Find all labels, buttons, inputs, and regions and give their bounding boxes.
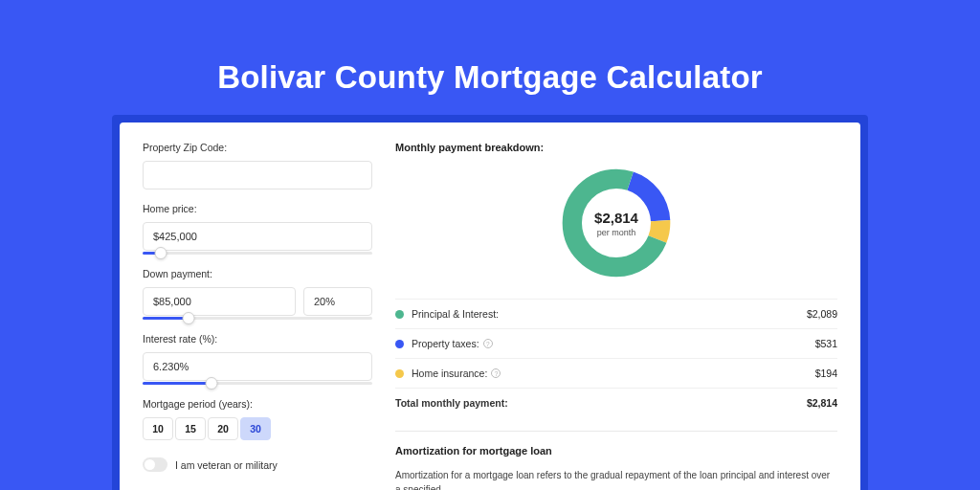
slider-thumb[interactable] xyxy=(206,377,218,390)
home-price-slider[interactable] xyxy=(143,252,372,255)
veteran-row: I am veteran or military xyxy=(143,457,372,472)
slider-thumb[interactable] xyxy=(183,312,195,324)
breakdown-column: Monthly payment breakdown: $2,814 per mo… xyxy=(395,142,837,490)
slider-thumb[interactable] xyxy=(155,247,167,259)
legend-dot xyxy=(395,310,404,319)
total-value: $2,814 xyxy=(807,397,837,409)
period-btn-30[interactable]: 30 xyxy=(240,417,271,440)
amort-text: Amortization for a mortgage loan refers … xyxy=(395,468,837,490)
donut-center: $2,814 per month xyxy=(558,165,675,281)
toggle-knob xyxy=(145,459,155,470)
legend-dot xyxy=(395,369,404,378)
legend-total-row: Total monthly payment:$2,814 xyxy=(395,389,837,417)
down-payment-input[interactable] xyxy=(143,287,296,316)
amort-title: Amortization for mortgage loan xyxy=(395,431,837,457)
down-payment-label: Down payment: xyxy=(143,268,372,279)
legend-value: $531 xyxy=(815,338,837,349)
veteran-toggle[interactable] xyxy=(143,457,167,472)
legend: Principal & Interest:$2,089Property taxe… xyxy=(395,299,837,417)
rate-input[interactable] xyxy=(143,352,372,381)
home-price-input[interactable] xyxy=(143,222,372,251)
legend-row: Principal & Interest:$2,089 xyxy=(395,299,837,329)
zip-input[interactable] xyxy=(143,161,372,189)
rate-group: Interest rate (%): xyxy=(143,333,372,385)
period-group: Mortgage period (years): 10152030 xyxy=(143,398,372,440)
home-price-group: Home price: xyxy=(143,203,372,255)
info-icon[interactable]: ? xyxy=(491,368,501,378)
period-btn-20[interactable]: 20 xyxy=(208,417,238,440)
page-title: Bolivar County Mortgage Calculator xyxy=(217,59,763,96)
down-payment-group: Down payment: xyxy=(143,268,372,320)
rate-slider[interactable] xyxy=(143,382,372,385)
card-shadow: Property Zip Code: Home price: Down paym… xyxy=(112,115,868,490)
calculator-card: Property Zip Code: Home price: Down paym… xyxy=(120,122,860,490)
form-column: Property Zip Code: Home price: Down paym… xyxy=(143,142,372,490)
period-btn-10[interactable]: 10 xyxy=(143,417,173,440)
rate-label: Interest rate (%): xyxy=(143,333,372,345)
donut-sub: per month xyxy=(597,228,636,237)
zip-field-group: Property Zip Code: xyxy=(143,142,372,189)
donut-total: $2,814 xyxy=(594,210,638,226)
breakdown-title: Monthly payment breakdown: xyxy=(395,142,837,153)
donut-chart: $2,814 per month xyxy=(558,165,675,281)
legend-row: Home insurance:?$194 xyxy=(395,359,837,389)
period-label: Mortgage period (years): xyxy=(143,398,372,410)
legend-value: $194 xyxy=(815,368,837,379)
info-icon[interactable]: ? xyxy=(483,339,493,348)
home-price-label: Home price: xyxy=(143,203,372,214)
period-btn-15[interactable]: 15 xyxy=(175,417,206,440)
total-label: Total monthly payment: xyxy=(395,397,807,409)
legend-label: Principal & Interest: xyxy=(412,308,807,320)
down-payment-slider[interactable] xyxy=(143,317,372,320)
period-buttons: 10152030 xyxy=(143,417,372,440)
legend-row: Property taxes:?$531 xyxy=(395,329,837,359)
zip-label: Property Zip Code: xyxy=(143,142,372,153)
legend-label: Home insurance:? xyxy=(412,368,815,379)
legend-label: Property taxes:? xyxy=(412,338,815,349)
veteran-label: I am veteran or military xyxy=(175,459,278,471)
donut-chart-area: $2,814 per month xyxy=(395,165,837,281)
legend-dot xyxy=(395,340,404,348)
legend-value: $2,089 xyxy=(807,308,837,320)
down-payment-pct-input[interactable] xyxy=(303,287,372,316)
